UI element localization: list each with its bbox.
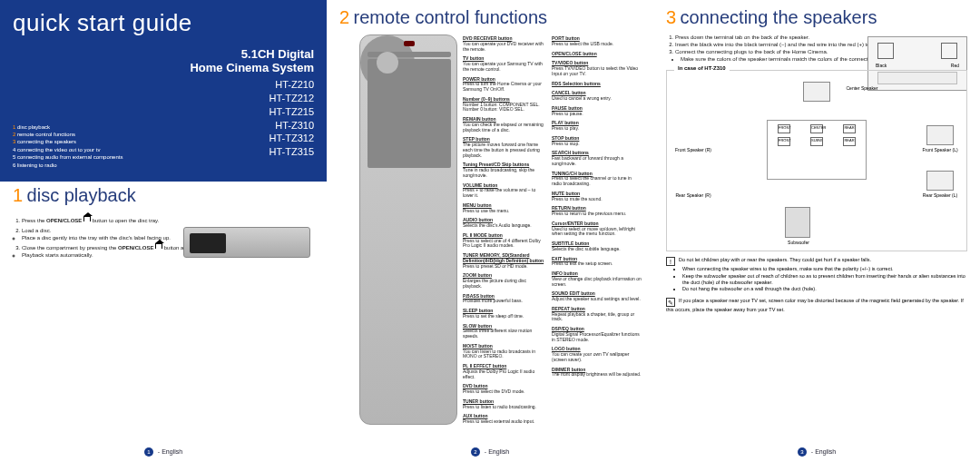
section-2-header: 2 remote control functions xyxy=(327,0,653,32)
subwoofer-icon xyxy=(785,207,810,238)
channel-digital: 5.1CH Digital xyxy=(190,47,314,61)
remote-callout: Number (0~9) buttonsNumber 1 button: COM… xyxy=(463,97,544,113)
remote-callout: AUX buttonPress to select external audio… xyxy=(463,414,544,425)
remote-callout: EXIT buttonPress to exit the setup scree… xyxy=(552,257,642,268)
remote-callout: OPEN/CLOSE button xyxy=(552,52,642,57)
remote-callout: SLEEP buttonPress to set the sleep off t… xyxy=(463,309,544,319)
eject-icon xyxy=(83,216,91,221)
remote-callout: INFO buttonView or change disc playback … xyxy=(552,271,642,287)
remote-callout: SLOW buttonSelects three different slow … xyxy=(463,324,544,339)
remote-callout: SEARCH buttonsFast backward or forward t… xyxy=(552,151,642,166)
remote-callout: SOUND EDIT buttonAdjust the speaker soun… xyxy=(552,291,642,302)
remote-callout: MO/ST buttonYou can listen to radio broa… xyxy=(463,344,544,359)
section-1-header: 1 disc playback xyxy=(0,182,327,211)
callouts-left: DVD RECEIVER buttonYou can operate your … xyxy=(463,36,544,429)
remote-callout: PORT buttonPress to select the USB mode. xyxy=(552,36,642,47)
remote-callout: DIMMER buttonThe front display brightnes… xyxy=(552,368,642,378)
page-footer: 3 - English xyxy=(653,447,980,457)
remote-callout: MUTE buttonPress to mute the sound. xyxy=(552,192,642,202)
remote-callout: POWER buttonPress to turn the Home Cinem… xyxy=(463,77,544,93)
model: HT-TZ215 xyxy=(190,105,314,119)
remote-callout: TV buttonYou can operate your Samsung TV… xyxy=(463,56,544,72)
remote-callout: STEP buttonThe picture moves forward one… xyxy=(463,137,544,158)
page-footer: 1 - English xyxy=(0,447,327,457)
section-number: 1 xyxy=(13,185,23,205)
caution-icon: ! xyxy=(666,257,675,266)
red-label: Red xyxy=(951,63,959,68)
remote-callout: DVD RECEIVER buttonYou can operate your … xyxy=(463,36,544,52)
remote-callout: DVD buttonPress to select the DVD mode. xyxy=(463,384,544,395)
remote-callout: RETURN buttonPress to return to the prev… xyxy=(552,206,642,217)
note-icon: ✎ xyxy=(666,298,675,307)
section-number: 3 xyxy=(666,7,676,27)
remote-callout: TV/VIDEO buttonPress TV/VIDEO button to … xyxy=(552,61,642,76)
remote-callout: P.BASS buttonProvides more powerful bass… xyxy=(463,294,544,305)
remote-callout: CANCEL buttonUsed to cancel a wrong entr… xyxy=(552,91,642,102)
remote-callout: DSP/EQ buttonDigital Signal Processor/Eq… xyxy=(552,327,642,342)
speaker-layout-diagram: In case of HT-Z310 Center Speaker Front … xyxy=(666,70,967,251)
receiver-back-panel: FRONT CENTER REAR FRONT SUBW REAR xyxy=(767,120,867,180)
remote-callout: PLAY buttonPress to play. xyxy=(552,121,642,132)
remote-control-illustration xyxy=(359,34,457,425)
page-number-badge: 2 xyxy=(471,447,480,457)
remote-callout: Cursor/ENTER buttonUsed to select or mov… xyxy=(552,221,642,237)
step-1: Press the OPEN/CLOSE button to open the … xyxy=(22,217,314,224)
home-cinema-system: Home Cinema System xyxy=(190,61,314,74)
model: HT-TZ312 xyxy=(190,132,314,145)
remote-led xyxy=(404,41,415,46)
remote-number-grid xyxy=(368,59,451,168)
rear-speaker-l-icon xyxy=(926,171,954,191)
remote-callout: PAUSE buttonPress to pause. xyxy=(552,106,642,117)
center-speaker-icon xyxy=(803,82,830,102)
footer-language: - English xyxy=(158,448,182,455)
remote-callout: TUNER MEMORY, SD(Standard Definition)/HD… xyxy=(463,253,544,269)
front-speaker-l-icon xyxy=(926,125,954,145)
caution-notes: !Do not let children play with or near t… xyxy=(653,251,980,319)
callouts-right: PORT buttonPress to select the USB mode.… xyxy=(552,36,642,382)
remote-callout: RDS Selection buttons xyxy=(552,82,642,87)
remote-callout: Tuning Preset/CD Skip buttonsTune in rad… xyxy=(463,162,544,178)
quick-start-title: quick start guide xyxy=(13,9,314,37)
remote-callout: REPEAT buttonRepeat playback a chapter, … xyxy=(552,307,642,322)
page-footer: 2 - English xyxy=(327,447,653,457)
page-number-badge: 3 xyxy=(798,447,807,457)
footer-language: - English xyxy=(811,448,836,455)
panel-2-remote: 2 remote control functions DVD RECEIVER … xyxy=(327,0,653,462)
page-number-badge: 1 xyxy=(144,447,153,457)
dvd-player-illustration xyxy=(183,227,310,258)
model-list: HT-Z210 HT-TZ212 HT-TZ215 HT-Z310 HT-TZ3… xyxy=(190,78,314,159)
section-title: disc playback xyxy=(27,185,136,205)
remote-illustration-column xyxy=(359,34,457,425)
remote-callout: MENU buttonPress to use the menu. xyxy=(463,203,544,214)
table-of-contents: 1 disc playback 2 remote control functio… xyxy=(13,123,122,169)
section-title: connecting the speakers xyxy=(681,7,877,27)
remote-callout: VOLUME buttonPress + to raise the volume… xyxy=(463,183,544,199)
product-heading: 5.1CH Digital Home Cinema System HT-Z210… xyxy=(190,47,314,159)
remote-callout: TUNING/CH buttonPress to select the chan… xyxy=(552,172,642,187)
black-label: Black xyxy=(876,63,887,68)
diagram-legend: In case of HT-Z310 xyxy=(674,65,730,71)
eject-icon xyxy=(155,243,162,249)
section-title: remote control functions xyxy=(354,7,547,27)
remote-callout: PL II EFFECT buttonAdjusts the Dolby Pro… xyxy=(463,364,544,379)
terminal-red xyxy=(941,43,957,59)
panel-1-quickstart: quick start guide 5.1CH Digital Home Cin… xyxy=(0,0,327,462)
remote-callout: PL II MODE buttonPress to select one of … xyxy=(463,233,544,249)
remote-callout: ZOOM buttonEnlarges the picture during d… xyxy=(463,273,544,289)
model: HT-TZ212 xyxy=(190,92,314,105)
section-number: 2 xyxy=(339,7,349,27)
cover-blue-box: quick start guide 5.1CH Digital Home Cin… xyxy=(0,0,327,182)
remote-callout: STOP buttonPress to stop. xyxy=(552,136,642,147)
model: HT-TZ315 xyxy=(190,145,314,159)
remote-callout: TUNER buttonPress to listen to radio bro… xyxy=(463,399,544,410)
section-3-header: 3 connecting the speakers xyxy=(653,0,980,32)
remote-callout: SUBTITLE buttonSelects the disc subtitle… xyxy=(552,241,642,252)
model: HT-Z310 xyxy=(190,119,314,133)
footer-language: - English xyxy=(485,448,509,455)
panel-3-speakers: 3 connecting the speakers Press down the… xyxy=(653,0,980,462)
terminal-black xyxy=(877,43,894,59)
remote-callout: AUDIO buttonSelects the disc's Audio lan… xyxy=(463,218,544,229)
remote-callout: REMAIN buttonYou can check the elapsed o… xyxy=(463,117,544,133)
remote-callout: LOGO buttonYou can create your own TV wa… xyxy=(552,347,642,362)
model: HT-Z210 xyxy=(190,78,314,92)
